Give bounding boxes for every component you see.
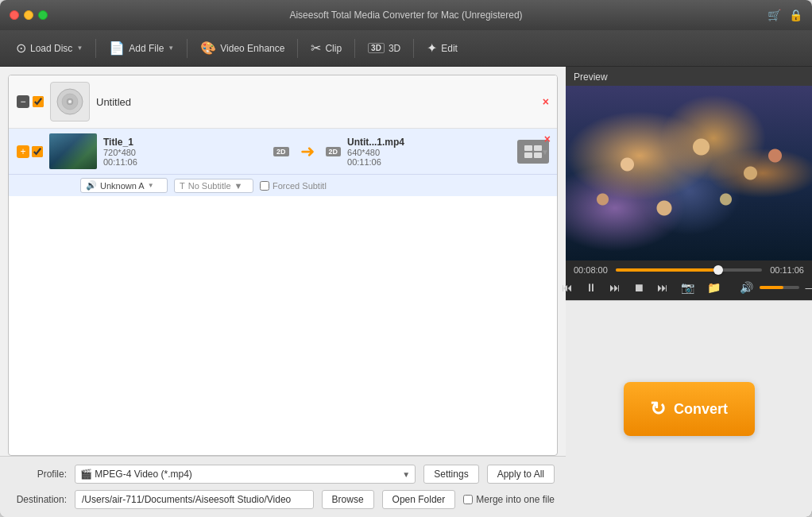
total-time: 00:11:06 [768,265,804,275]
title-bar-icons: 🛒 🔒 [768,9,802,21]
current-time: 00:08:00 [574,265,609,275]
preview-video [566,86,812,260]
forced-subtitle-area: Forced Subtitl [260,181,327,191]
load-disc-button[interactable]: ⊙ Load Disc ▼ [8,37,91,60]
separator-3 [297,39,298,58]
video-enhance-label: Video Enhance [220,43,284,54]
group-controls: − [17,95,44,108]
progress-track[interactable] [616,268,762,272]
destination-label: Destination: [11,494,67,505]
preview-label: Preview [566,67,812,86]
progress-thumb [713,265,723,275]
disc-graphic [56,87,84,116]
add-file-arrow: ▼ [168,44,174,52]
separator-1 [95,39,96,58]
close-item-button[interactable]: × [544,133,551,145]
cart-icon[interactable]: 🛒 [768,9,781,21]
subtitle-row: 🔊 Unknown A ▼ T No Subtitle ▼ Forced Sub… [9,175,557,196]
merge-label: Merge into one file [476,494,555,505]
convert-label: Convert [674,401,728,418]
remove-group-button[interactable]: − [17,95,29,108]
audio-icon: 🔊 [86,180,97,191]
right-panel: Preview 00:08:00 00:11:06 ⏮ ⏸ ⏭ [566,67,812,517]
destination-input[interactable] [75,490,314,509]
convert-icon: ↻ [650,398,666,420]
item-dims: 720*480 [103,148,267,157]
edit-label: Edit [441,43,458,54]
edit-button[interactable]: ✦ Edit [419,37,466,60]
group-title: Untitled [96,96,131,108]
close-group-button[interactable]: × [543,95,549,108]
subtitle-select[interactable]: T No Subtitle ▼ [174,179,253,193]
convert-button[interactable]: ↻ Convert [624,382,755,436]
clip-icon: ✂ [311,41,321,56]
svg-point-3 [68,100,72,103]
edit-icon: ✦ [427,41,437,56]
maximize-button[interactable] [38,10,48,20]
forced-subtitle-checkbox[interactable] [260,181,269,191]
profile-dropdown[interactable]: 🎬 MPEG-4 Video (*.mp4) ▼ [75,465,416,484]
left-panel: − Untitled × [0,67,566,517]
output-name: Untit...1.mp4 [347,137,511,148]
skip-back-button[interactable]: ⏮ [559,280,576,295]
output-duration: 00:11:06 [347,157,511,167]
content-area: − Untitled × [0,67,812,517]
volume-icon[interactable]: 🔊 [737,280,756,295]
item-controls: + [17,145,43,158]
stop-button[interactable]: ⏹ [630,280,648,295]
window-title: Aiseesoft Total Media Converter for Mac … [289,10,522,21]
item-thumbnail [49,133,97,169]
clip-button[interactable]: ✂ Clip [303,37,350,60]
subtitle-dropdown-arrow: ▼ [234,181,243,191]
item-checkbox[interactable] [32,146,43,157]
convert-area: ↻ Convert [566,300,812,517]
add-file-button[interactable]: 📄 Add File ▼ [101,37,182,60]
volume-end-button[interactable]: — [802,280,813,295]
destination-row: Destination: Browse Open Folder Merge in… [11,490,555,509]
settings-grid-icon [524,145,543,159]
3d-button[interactable]: 3D 3D [360,39,408,58]
skip-forward-button[interactable]: ⏭ [654,280,671,295]
output-info: Untit...1.mp4 640*480 00:11:06 [347,137,511,167]
item-duration: 00:11:06 [103,157,267,167]
add-file-label: Add File [129,43,164,54]
browse-button[interactable]: Browse [322,490,374,509]
disc-icon: ⊙ [16,41,26,56]
clip-label: Clip [325,43,342,54]
item-info: Title_1 720*480 00:11:06 [103,137,267,167]
group-checkbox[interactable] [33,96,44,107]
add-item-button[interactable]: + [17,145,29,158]
merge-checkbox[interactable] [463,495,473,504]
pause-button[interactable]: ⏸ [582,280,600,295]
source-badge: 2D [273,147,289,156]
traffic-lights [10,10,48,20]
add-file-icon: 📄 [109,41,125,56]
merge-area: Merge into one file [463,494,555,505]
volume-section: 🔊 — [737,280,813,295]
preview-controls: 00:08:00 00:11:06 ⏮ ⏸ ⏭ ⏹ ⏭ 📷 📁 [566,260,812,300]
profile-icon: 🎬 [80,469,92,480]
minimize-button[interactable] [24,10,33,20]
close-button[interactable] [10,10,19,20]
separator-2 [187,39,188,58]
enhance-icon: 🎨 [200,41,216,56]
apply-to-all-button[interactable]: Apply to All [487,465,555,484]
disc-placeholder [50,82,90,122]
folder-button[interactable]: 📁 [704,280,724,295]
open-folder-button[interactable]: Open Folder [382,490,456,509]
output-badge: 2D [326,147,342,156]
playback-controls: ⏮ ⏸ ⏭ ⏹ ⏭ 📷 📁 🔊 — [574,280,804,295]
profile-label: Profile: [11,469,67,480]
svg-rect-6 [524,152,532,158]
screenshot-button[interactable]: 📷 [678,280,698,295]
settings-icon[interactable]: 🔒 [789,9,802,21]
video-enhance-button[interactable]: 🎨 Video Enhance [192,37,292,60]
fast-forward-button[interactable]: ⏭ [606,280,624,295]
item-chevron-icon[interactable]: ▼ [541,148,549,156]
volume-track[interactable] [760,286,799,289]
profile-value: MPEG-4 Video (*.mp4) [95,469,402,480]
progress-bar-area: 00:08:00 00:11:06 [574,265,804,275]
settings-button[interactable]: Settings [423,465,478,484]
audio-track-select[interactable]: 🔊 Unknown A ▼ [80,178,168,193]
group-header: − Untitled × [9,75,557,129]
